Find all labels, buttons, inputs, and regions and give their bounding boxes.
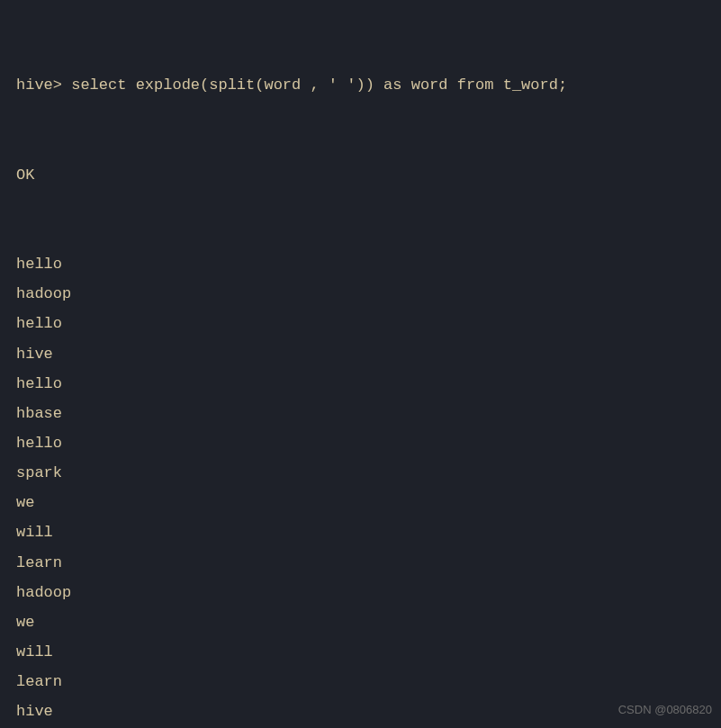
result-row: learn	[16, 667, 705, 697]
result-row: hello	[16, 369, 705, 399]
command-line: hive> select explode(split(word , ' ')) …	[16, 70, 705, 100]
result-word: hbase	[16, 405, 62, 422]
results-container: hellohadoophellohivehellohbasehellospark…	[16, 249, 705, 728]
result-row: will	[16, 637, 705, 667]
result-row: hello	[16, 428, 705, 458]
result-word: hello	[16, 315, 62, 332]
watermark: CSDN @0806820	[618, 698, 712, 721]
result-row: hello	[16, 249, 705, 279]
result-row: hbase	[16, 399, 705, 428]
result-row: we	[16, 607, 705, 637]
result-row: learn	[16, 548, 705, 578]
command-text: select explode(split(word , ' ')) as wor…	[62, 76, 567, 94]
result-word: hello	[16, 435, 62, 452]
result-word: learn	[16, 554, 62, 571]
result-row: will	[16, 517, 705, 547]
result-word: learn	[16, 673, 62, 690]
result-word: hello	[16, 375, 62, 392]
prompt: hive>	[16, 76, 62, 94]
result-word: hadoop	[16, 285, 71, 302]
result-word: will	[16, 643, 53, 661]
status-line: OK	[16, 160, 705, 190]
result-word: hello	[16, 256, 62, 273]
result-word: spark	[16, 464, 62, 481]
result-row: hive	[16, 697, 705, 726]
terminal-output[interactable]: hive> select explode(split(word , ' ')) …	[16, 11, 705, 728]
result-row: we	[16, 488, 705, 517]
result-word: we	[16, 614, 34, 631]
result-row: spark	[16, 458, 705, 488]
result-word: will	[16, 524, 53, 541]
result-word: hive	[16, 703, 53, 720]
result-row: hive	[16, 339, 705, 369]
result-row: hello	[16, 309, 705, 338]
result-word: hadoop	[16, 584, 71, 601]
result-row: hadoop	[16, 279, 705, 309]
result-row: hadoop	[16, 578, 705, 607]
result-word: we	[16, 494, 34, 511]
result-word: hive	[16, 346, 53, 363]
